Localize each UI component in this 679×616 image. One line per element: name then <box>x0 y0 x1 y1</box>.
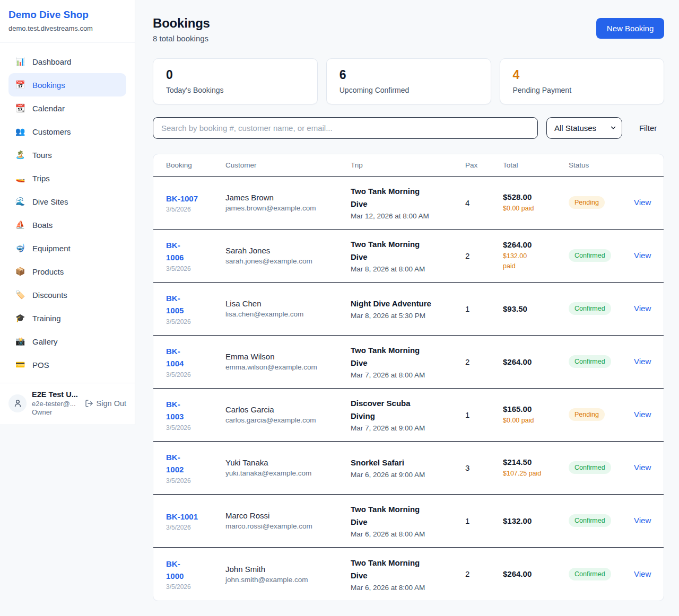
sidebar-item-discounts[interactable]: 🏷️ Discounts <box>8 283 126 306</box>
booking-date: 3/5/2026 <box>166 265 225 272</box>
stat-value: 0 <box>166 67 304 83</box>
pax-cell: 2 <box>465 569 503 578</box>
view-link[interactable]: View <box>634 304 651 313</box>
booking-id-link[interactable]: BK- 1003 <box>166 398 184 423</box>
sidebar-item-trips[interactable]: 🚤 Trips <box>8 166 126 190</box>
trip-name: Two Tank Morning Dive <box>351 503 465 529</box>
pax-cell: 1 <box>465 410 503 419</box>
table-row[interactable]: BK- 1006 3/5/2026 Sarah Jones sarah.jone… <box>153 230 664 283</box>
status-cell: Confirmed <box>569 302 634 315</box>
total-amount: $264.00 <box>503 357 569 366</box>
paid-amount: $107.25 paid <box>503 469 569 479</box>
trip-cell: Snorkel Safari Mar 6, 2026 at 9:00 AM <box>351 456 465 479</box>
booking-id-link[interactable]: BK- 1004 <box>166 345 184 370</box>
sidebar-item-boats[interactable]: ⛵ Boats <box>8 213 126 236</box>
view-link[interactable]: View <box>634 357 651 366</box>
customer-name: Sarah Jones <box>225 246 351 255</box>
status-badge: Confirmed <box>569 461 611 474</box>
filter-button[interactable]: Filter <box>631 124 664 133</box>
sidebar-item-training[interactable]: 🎓 Training <box>8 306 126 330</box>
actions-cell: View <box>634 198 651 207</box>
sidebar-item-pos[interactable]: 💳 POS <box>8 353 126 376</box>
brand-domain: demo.test.divestreams.com <box>8 24 126 32</box>
table-row[interactable]: BK- 1000 3/5/2026 John Smith john.smith@… <box>153 548 664 601</box>
view-link[interactable]: View <box>634 463 651 472</box>
booking-id-link[interactable]: BK- 1006 <box>166 239 184 264</box>
avatar <box>8 394 27 412</box>
page-subtitle: 8 total bookings <box>153 34 210 43</box>
table-header-row: Booking Customer Trip Pax Total Status <box>153 154 664 177</box>
pax-cell: 1 <box>465 516 503 525</box>
view-link[interactable]: View <box>634 251 651 260</box>
booking-date: 3/5/2026 <box>166 371 225 379</box>
actions-cell: View <box>634 304 651 313</box>
total-amount: $264.00 <box>503 569 569 578</box>
trip-name: Night Dive Adventure <box>351 297 465 310</box>
table-row[interactable]: BK- 1003 3/5/2026 Carlos Garcia carlos.g… <box>153 389 664 442</box>
stat-label: Today's Bookings <box>166 86 304 94</box>
total-cell: $264.00 $132.00 paid <box>503 240 569 271</box>
customer-email: james.brown@example.com <box>225 204 351 212</box>
sidebar-item-tours[interactable]: 🏝️ Tours <box>8 143 126 166</box>
booking-id-link[interactable]: BK-1001 <box>166 511 198 523</box>
col-header-booking: Booking <box>166 161 225 169</box>
equipment-icon: 🤿 <box>15 243 25 253</box>
trip-name: Discover Scuba Diving <box>351 397 465 423</box>
actions-cell: View <box>634 357 651 366</box>
new-booking-button[interactable]: New Booking <box>596 18 664 39</box>
view-link[interactable]: View <box>634 569 651 578</box>
sidebar-item-dashboard[interactable]: 📊 Dashboard <box>8 50 126 73</box>
sign-out-button[interactable]: Sign Out <box>85 399 126 408</box>
booking-date: 3/5/2026 <box>166 424 225 432</box>
sidebar-item-customers[interactable]: 👥 Customers <box>8 120 126 143</box>
sidebar-item-label: Customers <box>32 127 71 136</box>
col-header-total: Total <box>503 161 569 169</box>
trip-datetime: Mar 6, 2026 at 8:00 AM <box>351 584 465 592</box>
sidebar-item-dive-sites[interactable]: 🌊 Dive Sites <box>8 190 126 213</box>
view-link[interactable]: View <box>634 516 651 525</box>
customer-name: Yuki Tanaka <box>225 458 351 467</box>
sidebar-item-gallery[interactable]: 📸 Gallery <box>8 330 126 353</box>
booking-id-link[interactable]: BK- 1000 <box>166 558 184 583</box>
sidebar-item-equipment[interactable]: 🤿 Equipment <box>8 236 126 260</box>
customer-email: emma.wilson@example.com <box>225 363 351 371</box>
booking-cell: BK- 1000 3/5/2026 <box>166 558 225 591</box>
trip-cell: Two Tank Morning Dive Mar 6, 2026 at 8:0… <box>351 557 465 592</box>
sidebar-item-products[interactable]: 📦 Products <box>8 260 126 283</box>
status-select[interactable]: All Statuses <box>546 117 622 139</box>
trip-datetime: Mar 8, 2026 at 8:00 AM <box>351 265 465 273</box>
booking-id-link[interactable]: BK-1007 <box>166 192 198 205</box>
stat-card-pending-payment: 4 Pending Payment <box>500 58 665 104</box>
view-link[interactable]: View <box>634 198 651 207</box>
total-amount: $93.50 <box>503 304 569 313</box>
dashboard-icon: 📊 <box>15 57 25 66</box>
table-row[interactable]: BK-1001 3/5/2026 Marco Rossi marco.rossi… <box>153 495 664 548</box>
search-input[interactable] <box>153 117 538 139</box>
logout-icon <box>85 399 93 408</box>
total-cell: $132.00 <box>503 516 569 525</box>
customer-email: yuki.tanaka@example.com <box>225 469 351 477</box>
sidebar-item-bookings[interactable]: 📅 Bookings <box>8 73 126 96</box>
table-row[interactable]: BK- 1004 3/5/2026 Emma Wilson emma.wilso… <box>153 336 664 389</box>
gallery-icon: 📸 <box>15 337 25 346</box>
booking-id-link[interactable]: BK- 1005 <box>166 292 184 317</box>
booking-id-link[interactable]: BK- 1002 <box>166 451 184 476</box>
paid-amount: $132.00 paid <box>503 251 569 271</box>
table-row[interactable]: BK-1007 3/5/2026 James Brown james.brown… <box>153 177 664 230</box>
sidebar-item-label: Dashboard <box>32 57 71 66</box>
actions-cell: View <box>634 463 651 472</box>
customer-cell: Emma Wilson emma.wilson@example.com <box>225 352 351 371</box>
customer-email: lisa.chen@example.com <box>225 310 351 318</box>
total-cell: $528.00 $0.00 paid <box>503 192 569 214</box>
sidebar-item-label: Equipment <box>32 244 71 253</box>
bookings-icon: 📅 <box>15 80 25 90</box>
trip-datetime: Mar 6, 2026 at 8:00 AM <box>351 530 465 538</box>
table-row[interactable]: BK- 1002 3/5/2026 Yuki Tanaka yuki.tanak… <box>153 442 664 495</box>
table-row[interactable]: BK- 1005 3/5/2026 Lisa Chen lisa.chen@ex… <box>153 283 664 336</box>
sidebar-item-calendar[interactable]: 📆 Calendar <box>8 96 126 120</box>
status-cell: Pending <box>569 408 634 421</box>
brand-block: Demo Dive Shop demo.test.divestreams.com <box>0 0 135 42</box>
status-badge: Confirmed <box>569 302 611 315</box>
customer-email: marco.rossi@example.com <box>225 522 351 530</box>
view-link[interactable]: View <box>634 410 651 419</box>
